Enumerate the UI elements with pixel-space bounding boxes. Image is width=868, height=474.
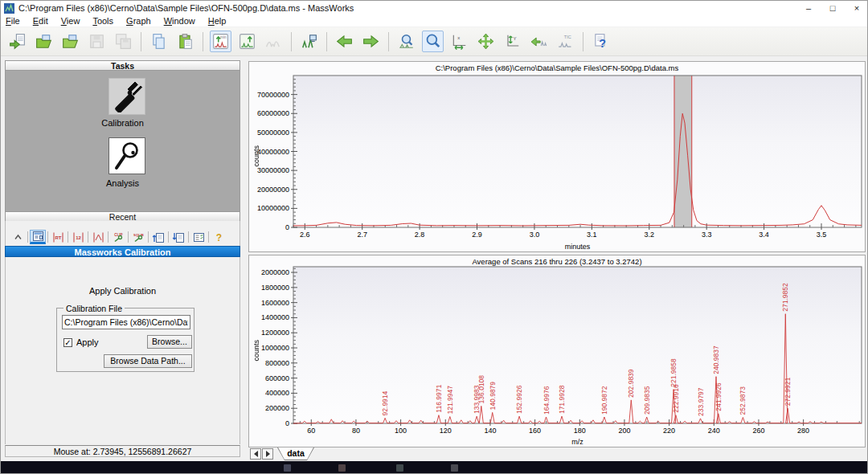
analysis-window-button[interactable]: [298, 31, 320, 52]
doc-arrow-down-icon: [172, 231, 186, 243]
overlay-curves-icon: [265, 33, 282, 50]
menu-file[interactable]: File: [1, 16, 27, 26]
spectrum-window-button[interactable]: [236, 31, 258, 52]
import-data-icon: [9, 33, 26, 50]
menu-tools[interactable]: Tools: [86, 16, 120, 26]
open-folder2-icon: [62, 33, 79, 50]
caliper-icon: [111, 80, 143, 112]
peak-view-button[interactable]: [90, 230, 106, 244]
browse-button[interactable]: Browse...: [147, 335, 192, 349]
toolbar-separator: [141, 32, 141, 51]
svg-text:120: 120: [440, 427, 452, 435]
copy-button[interactable]: [148, 31, 170, 52]
spectrum-panel: Average of Scans 216 thru 226 (3.2437 to…: [248, 255, 866, 447]
open-spectrum-button[interactable]: [59, 31, 81, 52]
import-method-button[interactable]: [150, 230, 166, 244]
peak-label: 171.9928: [558, 385, 566, 414]
toolbar-separator: [148, 231, 149, 243]
taskbar-item: [396, 464, 403, 472]
zoom-y-button[interactable]: Y: [502, 31, 523, 52]
back-button[interactable]: [334, 31, 355, 52]
calibration-panel-toolbar: RT12CLIPSQLIB?: [5, 228, 240, 246]
maximize-button[interactable]: □: [821, 1, 845, 15]
zoom-reset-button[interactable]: [395, 31, 417, 52]
analysis-task-label: Analysis: [6, 178, 240, 188]
svg-text:220: 220: [663, 427, 675, 435]
tic-button[interactable]: TIC: [555, 31, 576, 52]
collapse-panel-button[interactable]: [10, 230, 26, 244]
tab-scroll-left-button[interactable]: [250, 448, 261, 460]
rt-view-button[interactable]: RT: [50, 230, 66, 244]
menu-graph[interactable]: Graph: [120, 16, 158, 26]
svg-text:3.4: 3.4: [759, 231, 769, 239]
massworks-window: C:\Program Files (x86)\Cerno\Data\Sample…: [0, 0, 868, 474]
context-help-button[interactable]: ?: [590, 31, 612, 52]
analysis-task-button[interactable]: [108, 137, 145, 174]
zoom-x-button[interactable]: x: [448, 31, 470, 52]
scan-view-button[interactable]: 12: [70, 230, 86, 244]
zoom-tool-button[interactable]: [422, 31, 444, 52]
svg-text:180: 180: [574, 427, 586, 435]
svg-text:40000000: 40000000: [257, 148, 289, 156]
shift-left-button[interactable]: [528, 31, 550, 52]
export-method-button[interactable]: [170, 230, 186, 244]
chromatogram-plot[interactable]: 2.62.72.82.93.03.13.23.33.43.50100000002…: [249, 62, 866, 253]
menu-edit[interactable]: Edit: [27, 16, 55, 26]
svg-text:Y: Y: [514, 36, 517, 41]
analysis-window-icon: [301, 33, 317, 50]
forward-button[interactable]: [360, 31, 382, 52]
svg-text:2.6: 2.6: [300, 231, 310, 239]
tic-icon: TIC: [557, 33, 574, 50]
peak-label: 140.9879: [489, 382, 497, 411]
apply-checkbox[interactable]: ✓: [63, 338, 72, 347]
toolbar-separator: [188, 231, 189, 243]
calibration-task-button[interactable]: [108, 78, 145, 115]
chromatogram-window-button[interactable]: min: [210, 31, 231, 52]
title-bar: C:\Program Files (x86)\Cerno\Data\Sample…: [1, 1, 868, 15]
sqlib-tool-button[interactable]: SQLIB: [130, 230, 146, 244]
menu-view[interactable]: View: [55, 16, 87, 26]
paste-button[interactable]: [174, 31, 196, 52]
minimize-button[interactable]: –: [796, 1, 821, 15]
browse-data-path-button[interactable]: Browse Data Path...: [104, 354, 192, 368]
clip-tool-button[interactable]: CLIP: [110, 230, 126, 244]
spectrum-xlabel: m/z: [293, 438, 862, 446]
toolbar-separator: [128, 231, 129, 243]
chromatogram-xlabel: minutes: [293, 243, 862, 251]
chromatogram-title: C:\Program Files (x86)\Cerno\Data\Sample…: [249, 63, 865, 72]
svg-text:140: 140: [484, 427, 496, 435]
panel-help-button[interactable]: ?: [211, 230, 227, 244]
open-chromatogram-button[interactable]: [33, 31, 55, 52]
calibration-form-button[interactable]: [30, 230, 46, 244]
close-button[interactable]: ×: [845, 1, 868, 15]
calibration-file-input[interactable]: [62, 315, 190, 329]
peak-label: 136.0108: [477, 375, 485, 404]
zoom-reset-icon: [398, 33, 415, 50]
pan-button[interactable]: [475, 31, 497, 52]
calibration-task-label: Calibration: [6, 118, 240, 128]
spectrum-ylabel: counts: [252, 340, 260, 362]
import-data-button[interactable]: [6, 31, 28, 52]
data-tab[interactable]: data: [277, 447, 314, 460]
menu-window[interactable]: Window: [158, 16, 202, 26]
form-view-icon: [31, 231, 45, 243]
svg-text:2.9: 2.9: [472, 231, 482, 239]
peak-label: 221.9858: [669, 358, 678, 387]
svg-text:50000000: 50000000: [257, 129, 289, 137]
svg-text:1200000: 1200000: [261, 329, 289, 337]
toolbar-separator: [168, 231, 169, 243]
tab-scroll-right-button[interactable]: [262, 448, 273, 460]
spectrum-plot[interactable]: 6080100120140160180200220240260280020000…: [249, 255, 866, 448]
svg-text:80: 80: [352, 427, 360, 435]
toolbar-separator: [208, 231, 209, 243]
save-button: [86, 31, 108, 52]
svg-text:1800000: 1800000: [261, 284, 289, 292]
rt-marks-icon: RT: [51, 231, 65, 243]
zoom-x-icon: x: [451, 33, 468, 50]
svg-text:1400000: 1400000: [261, 313, 289, 321]
zoom-y-icon: Y: [504, 33, 521, 50]
spectrum-window-icon: [239, 33, 256, 50]
peak-label: 271.9852: [781, 283, 789, 312]
menu-help[interactable]: Help: [202, 16, 233, 26]
report-view-button[interactable]: [190, 230, 207, 244]
